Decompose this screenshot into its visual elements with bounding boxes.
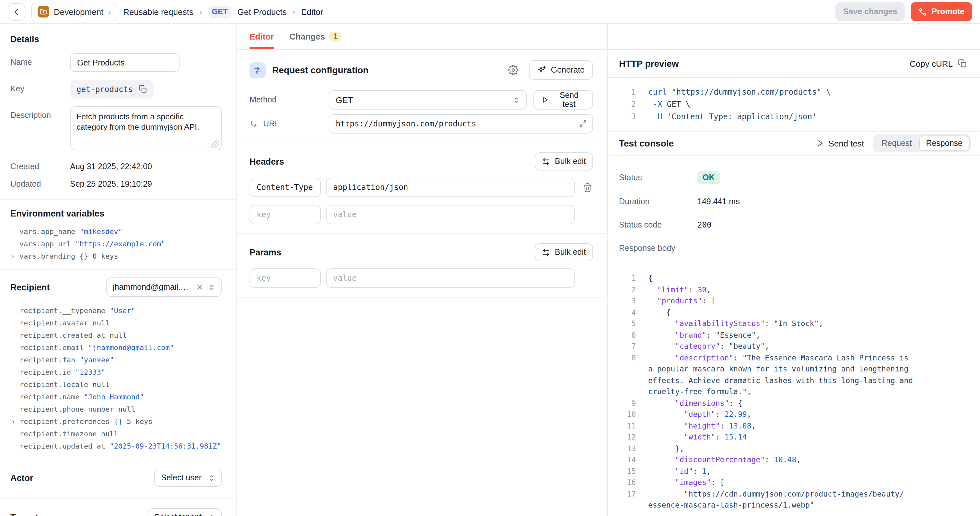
chevron-right-icon: ›: [199, 7, 202, 16]
response-body-label: Response body: [619, 244, 697, 253]
variable-value: "John Hammond": [84, 393, 144, 401]
headers-title: Headers: [250, 156, 284, 166]
params-bulk-edit-button[interactable]: Bulk edit: [535, 243, 593, 261]
method-row: Method GET Send test: [250, 90, 593, 110]
response-body-row: Response body: [619, 244, 967, 253]
divider: [237, 233, 607, 234]
copy-curl-button[interactable]: Copy cURL: [910, 59, 967, 68]
line-number: 5: [619, 318, 636, 330]
header-value-input[interactable]: [326, 205, 575, 224]
code-line: 3 "products": [: [619, 296, 967, 307]
method-value: GET: [336, 95, 353, 105]
name-field[interactable]: [70, 53, 180, 72]
code-content: {: [648, 273, 915, 284]
recipient-section: Recipient jhammond@gmail.com recipient._…: [0, 277, 236, 452]
line-number: 2: [619, 284, 636, 296]
console-send-test-button[interactable]: Send test: [816, 139, 864, 148]
status-row: Status OK: [619, 171, 967, 184]
code-content: "width": 15.14: [648, 432, 915, 443]
variable-row: recipient.phone_number null: [10, 403, 222, 416]
code-line: 14 "discountPercentage": 10.48,: [619, 454, 967, 466]
close-icon[interactable]: [196, 284, 203, 290]
folder-icon: [38, 6, 49, 18]
variable-row: recipient.updated_at "2025-09-23T14:56:3…: [10, 440, 222, 452]
tab-changes[interactable]: Changes 1: [290, 24, 342, 49]
key-value: get-products: [70, 80, 153, 99]
code-content: "id": 1,: [648, 466, 915, 477]
updated-label: Updated: [10, 180, 70, 189]
variable-row: recipient.fan "yankee": [10, 354, 222, 366]
code-line: 2 -X GET \: [619, 99, 967, 111]
line-number: 1: [619, 273, 636, 284]
generate-button[interactable]: Generate: [529, 60, 593, 80]
save-changes-button[interactable]: Save changes: [835, 2, 905, 21]
variable-key: vars.app_name: [19, 228, 75, 236]
code-line: 5 "availabilityStatus": "In Stock",: [619, 318, 967, 330]
headers-section-header: Headers Bulk edit: [250, 152, 593, 170]
variable-row: recipient.timezone null: [10, 428, 222, 440]
variable-value: null: [110, 331, 127, 340]
copy-icon: [958, 59, 967, 68]
param-key-input[interactable]: [250, 268, 321, 288]
tab-response[interactable]: Response: [919, 135, 970, 151]
actor-section: Actor Select user: [0, 469, 236, 487]
line-number: 6: [619, 330, 636, 341]
code-line: 8 "description": "The Essence Mascara La…: [619, 352, 967, 398]
tab-request[interactable]: Request: [874, 135, 919, 151]
code-content: "https://cdn.dummyjson.com/product-image…: [648, 489, 915, 511]
expand-chevron-icon[interactable]: ›: [11, 416, 15, 428]
header-key-input[interactable]: [250, 178, 321, 197]
expand-chevron-icon[interactable]: ›: [11, 250, 15, 263]
headers-bulk-edit-button[interactable]: Bulk edit: [535, 152, 593, 170]
created-value: Aug 31 2025, 22:42:00: [70, 162, 152, 171]
header-value-input[interactable]: [326, 178, 575, 197]
test-console-title: Test console: [619, 138, 807, 148]
copy-icon[interactable]: [138, 85, 147, 93]
preview-top-strip: [608, 24, 980, 50]
code-content: "brand": "Essence",: [648, 330, 915, 341]
recipient-select[interactable]: jhammond@gmail.com: [106, 277, 222, 297]
status-badge: OK: [697, 171, 720, 184]
description-field[interactable]: [70, 106, 222, 150]
line-number: 3: [619, 296, 636, 307]
details-section: Details Name Key get-products Descripti: [0, 24, 236, 189]
variable-value: null: [101, 430, 118, 438]
variable-key: recipient.preferences: [19, 417, 110, 426]
variable-key: recipient.updated_at: [19, 442, 105, 451]
status-code-label: Status code: [619, 220, 697, 229]
response-body-code: 1{2 "limit": 30,3 "products": [4 {5 "ava…: [619, 273, 967, 511]
header-key-input[interactable]: [250, 205, 321, 224]
gear-icon[interactable]: [508, 65, 519, 75]
line-number: 12: [619, 432, 636, 443]
param-value-input[interactable]: [326, 268, 575, 288]
line-number: 7: [619, 341, 636, 352]
expand-icon[interactable]: [579, 119, 587, 128]
code-content: -H 'Content-Type: application/json': [648, 111, 817, 123]
tenant-title: Tenant: [10, 513, 38, 516]
back-chevron-icon: [12, 8, 21, 16]
variable-key: recipient.fan: [19, 356, 75, 364]
variable-value: "2025-09-23T14:56:31.981Z": [110, 442, 221, 451]
breadcrumb-editor[interactable]: Editor: [301, 7, 323, 16]
code-line: 11 "height": 13.08,: [619, 420, 967, 432]
tenant-select[interactable]: Select tenant: [148, 508, 222, 516]
code-content: "description": "The Essence Mascara Lash…: [648, 352, 915, 398]
breadcrumb-reusable-requests[interactable]: Reusable requests: [123, 7, 194, 16]
send-test-button[interactable]: Send test: [533, 90, 593, 110]
back-button[interactable]: [8, 3, 25, 21]
code-content: "category": "beauty",: [648, 341, 915, 352]
test-console-body: Status OK Duration 149.441 ms Status cod…: [608, 156, 980, 511]
url-input[interactable]: [329, 114, 593, 134]
code-line: 7 "category": "beauty",: [619, 341, 967, 352]
variable-value: "yankee": [80, 356, 114, 364]
method-select[interactable]: GET: [329, 90, 527, 110]
tab-editor[interactable]: Editor: [250, 24, 274, 49]
code-line: 4 {: [619, 307, 967, 318]
breadcrumb-request-name[interactable]: Get Products: [237, 7, 287, 16]
trash-icon[interactable]: [583, 183, 593, 192]
promote-button[interactable]: Promote: [911, 2, 972, 21]
divider: [0, 199, 236, 200]
tenant-placeholder: Select tenant: [154, 513, 202, 516]
actor-select[interactable]: Select user: [154, 469, 222, 487]
project-switcher[interactable]: Development ›: [31, 2, 117, 21]
